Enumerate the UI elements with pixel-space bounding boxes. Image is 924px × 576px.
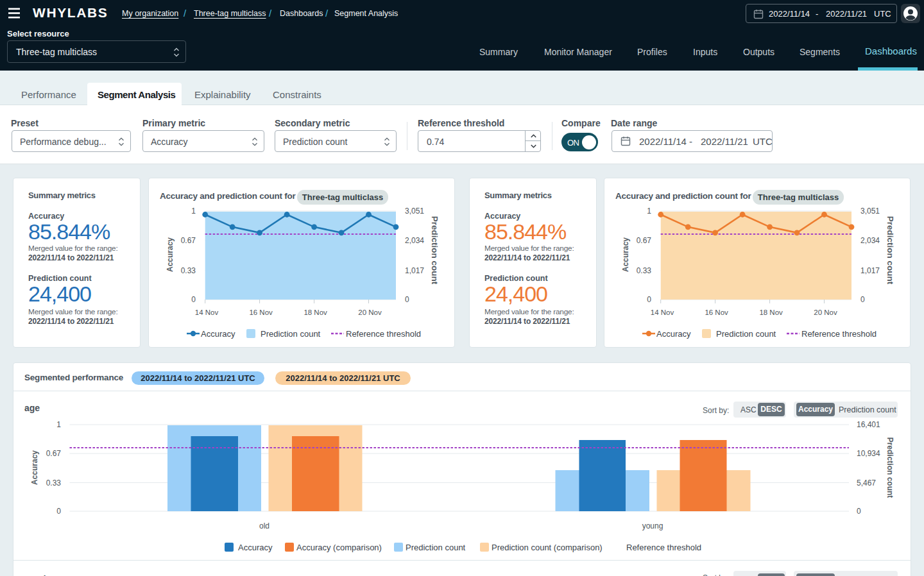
svg-text:18 Nov: 18 Nov <box>759 309 783 316</box>
svg-text:20 Nov: 20 Nov <box>358 309 382 316</box>
svg-text:0: 0 <box>857 507 861 516</box>
svg-text:old: old <box>259 521 270 530</box>
svg-text:0.67: 0.67 <box>46 449 62 458</box>
svg-text:5,467: 5,467 <box>857 479 876 487</box>
svg-text:0: 0 <box>860 295 865 304</box>
svg-text:Accuracy: Accuracy <box>166 237 175 272</box>
svg-text:1: 1 <box>56 420 61 429</box>
svg-text:18 Nov: 18 Nov <box>304 309 327 316</box>
svg-text:Prediction count: Prediction count <box>886 216 895 285</box>
svg-text:0: 0 <box>56 507 61 516</box>
svg-text:1,017: 1,017 <box>405 266 424 275</box>
svg-text:3,051: 3,051 <box>860 207 880 216</box>
svg-text:0.67: 0.67 <box>181 236 196 245</box>
svg-text:3,051: 3,051 <box>405 207 424 216</box>
svg-text:Prediction count: Prediction count <box>886 437 894 498</box>
svg-text:Prediction count: Prediction count <box>430 216 440 285</box>
svg-text:0.33: 0.33 <box>637 266 652 275</box>
svg-text:0.67: 0.67 <box>637 236 652 245</box>
svg-text:1: 1 <box>191 207 196 216</box>
svg-text:16 Nov: 16 Nov <box>249 309 273 316</box>
svg-text:2,034: 2,034 <box>860 236 880 245</box>
svg-text:16 Nov: 16 Nov <box>705 309 728 316</box>
svg-text:0: 0 <box>191 295 196 304</box>
svg-text:14 Nov: 14 Nov <box>651 309 674 316</box>
svg-text:Accuracy: Accuracy <box>30 450 39 485</box>
svg-text:0: 0 <box>647 295 651 304</box>
svg-text:10,934: 10,934 <box>857 449 880 458</box>
svg-text:Accuracy: Accuracy <box>621 237 630 272</box>
svg-text:20 Nov: 20 Nov <box>814 309 837 316</box>
svg-text:14 Nov: 14 Nov <box>195 309 219 316</box>
svg-text:1,017: 1,017 <box>860 266 880 275</box>
svg-text:16,401: 16,401 <box>857 420 880 429</box>
svg-text:0: 0 <box>405 295 409 304</box>
svg-text:0.33: 0.33 <box>46 479 62 487</box>
svg-text:1: 1 <box>647 207 651 216</box>
svg-text:young: young <box>642 521 663 530</box>
svg-text:2,034: 2,034 <box>405 236 424 245</box>
svg-text:0.33: 0.33 <box>181 266 196 275</box>
